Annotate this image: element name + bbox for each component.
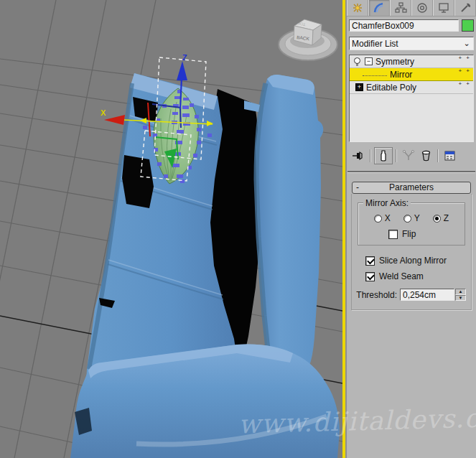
weld-seam-checkbox: [365, 272, 375, 281]
tab-display[interactable]: [433, 0, 454, 16]
threshold-label: Threshold:: [356, 290, 397, 300]
flip-checkbox: [388, 230, 398, 239]
row-corner-dots: + +: [458, 68, 471, 74]
command-panel: ChamferBox009 Modifier List ⌄ − Symmetry…: [345, 0, 476, 458]
utilities-wrench-icon: [459, 2, 472, 14]
show-end-result-icon: [379, 150, 388, 162]
threshold-spinner[interactable]: ▲ ▼: [455, 289, 466, 301]
stack-row-label: Editable Poly: [366, 83, 416, 93]
slice-along-mirror-label: Slice Along Mirror: [379, 256, 447, 266]
rollout-title: Parameters: [389, 182, 434, 192]
trash-icon: [421, 150, 431, 162]
weld-seam-row[interactable]: Weld Seam: [365, 271, 467, 281]
flip-checkbox-row[interactable]: Flip: [388, 229, 462, 239]
modifier-stack: − Symmetry + + Mirror + + + Editable Pol…: [349, 55, 474, 142]
make-unique-icon: [402, 150, 415, 162]
perspective-viewport[interactable]: X Z BACK TOP: [0, 0, 342, 458]
tab-utilities[interactable]: [454, 0, 476, 16]
expand-plus-box[interactable]: +: [355, 83, 363, 91]
radio-axis-y[interactable]: Y: [403, 213, 420, 223]
tab-motion[interactable]: [411, 0, 433, 16]
command-panel-tabs: [347, 0, 476, 17]
row-corner-dots: + +: [458, 55, 471, 61]
create-starburst-icon: [352, 2, 364, 14]
threshold-input[interactable]: 0,254cm: [400, 289, 454, 301]
motion-wheel-icon: [416, 2, 429, 14]
threshold-row: Threshold: 0,254cm ▲ ▼: [355, 289, 466, 301]
pin-icon: [352, 150, 365, 162]
stack-row-mirror[interactable]: Mirror + +: [350, 68, 473, 81]
stack-toolbar: [350, 147, 475, 164]
mirror-axis-label: Mirror Axis:: [363, 198, 411, 208]
tab-modify[interactable]: [368, 0, 390, 16]
configure-modifier-sets-button[interactable]: [442, 148, 459, 164]
slice-along-mirror-row[interactable]: Slice Along Mirror: [365, 256, 467, 266]
weld-seam-label: Weld Seam: [379, 271, 424, 281]
stack-row-label: Symmetry: [375, 57, 414, 67]
pin-stack-button[interactable]: [350, 148, 367, 164]
tab-hierarchy[interactable]: [390, 0, 411, 16]
radio-axis-x[interactable]: X: [374, 213, 391, 223]
tree-leader-line: [363, 70, 387, 76]
slice-along-mirror-checkbox: [365, 256, 375, 266]
spinner-up-icon: ▲: [455, 289, 466, 295]
modifier-list-label: Modifier List: [350, 39, 458, 49]
remove-modifier-button[interactable]: [417, 148, 434, 164]
collapse-glyph: -: [356, 182, 359, 193]
flip-label: Flip: [402, 229, 416, 239]
parameters-rollout: - Parameters Mirror Axis: X Y: [350, 182, 472, 310]
stack-row-label: Mirror: [390, 70, 412, 80]
display-monitor-icon: [438, 2, 450, 14]
stack-row-symmetry[interactable]: − Symmetry + +: [350, 55, 473, 68]
stack-row-editable-poly[interactable]: + Editable Poly + +: [350, 81, 473, 94]
spinner-down-icon: ▼: [455, 295, 466, 302]
tab-create[interactable]: [347, 0, 368, 16]
max-window: X Z BACK TOP www.dijitaldevs.com: [0, 0, 476, 458]
modifier-list-dropdown[interactable]: Modifier List ⌄: [349, 37, 474, 50]
object-name-input[interactable]: ChamferBox009: [349, 19, 459, 32]
panel-separator: [347, 171, 475, 173]
axis-label-x: X: [101, 108, 106, 117]
configure-sets-icon: [444, 150, 457, 162]
radio-axis-z[interactable]: Z: [433, 213, 449, 223]
visibility-bulb-icon[interactable]: [353, 57, 362, 67]
hierarchy-icon: [395, 2, 407, 14]
parameters-rollout-header[interactable]: - Parameters: [352, 182, 471, 194]
row-corner-dots: + +: [458, 81, 471, 87]
mirror-axis-group: Mirror Axis: X Y Z: [358, 202, 465, 246]
make-unique-button[interactable]: [400, 148, 417, 164]
modify-arc-icon: [373, 2, 386, 14]
collapse-minus-box[interactable]: −: [365, 57, 373, 65]
viewport-scene: X Z BACK TOP: [0, 0, 342, 458]
object-color-swatch[interactable]: [462, 19, 474, 32]
show-end-result-button[interactable]: [374, 147, 393, 164]
chevron-down-icon: ⌄: [458, 39, 473, 48]
